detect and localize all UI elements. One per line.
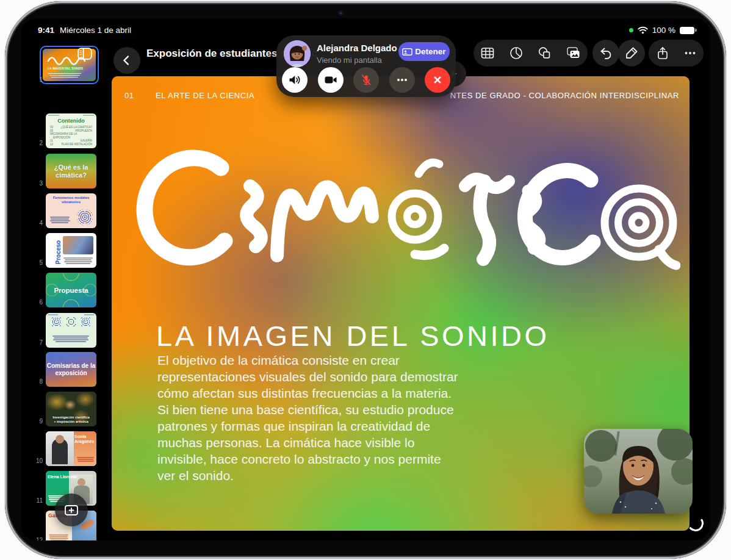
slide-subtitle: LA IMAGEN DEL SONIDO: [156, 319, 550, 353]
back-button[interactable]: [113, 47, 140, 74]
slide-thumbnail-9[interactable]: Investigación científica + inspiración a…: [46, 392, 96, 426]
share-status: Viendo mi pantalla: [317, 56, 382, 65]
wifi-icon: [638, 26, 648, 34]
stop-sharing-label: Detener: [415, 47, 445, 56]
share-button[interactable]: [649, 40, 676, 66]
slide-thumbnail-10[interactable]: Sonia Aragonés: [46, 431, 96, 466]
screen: 9:41 Miércoles 1 de abril 100 %: [21, 18, 710, 540]
slide-number: 5: [21, 259, 43, 266]
slide-number: 1: [21, 76, 43, 83]
add-slide-button[interactable]: [55, 494, 88, 526]
back-chevron-icon: [120, 54, 134, 67]
pip-portrait: [584, 429, 693, 514]
navigator-toggle-icon[interactable]: [77, 48, 92, 60]
thumb-title: Proceso: [55, 240, 62, 264]
stop-sharing-button[interactable]: Detener: [398, 42, 450, 61]
date: Miércoles 1 de abril: [60, 26, 131, 35]
slide-thumbnail-6[interactable]: Propuesta: [46, 273, 96, 307]
thumb-title: Contenido: [46, 118, 96, 124]
facetime-more-button[interactable]: [389, 67, 415, 93]
slide-number: 9: [21, 418, 43, 425]
slide-thumbnail-5[interactable]: Proceso: [46, 233, 96, 268]
markup-button[interactable]: [618, 40, 645, 66]
thumb-subtitle: LA IMAGEN DEL SONIDO: [48, 67, 83, 70]
more-button[interactable]: [677, 40, 704, 66]
media-icon: [566, 46, 581, 60]
slide-page-number: 01: [124, 91, 134, 100]
slide-thumbnail-7[interactable]: [46, 313, 96, 348]
slide-number: 3: [21, 180, 43, 187]
table-icon: [480, 46, 495, 60]
media-button[interactable]: [560, 40, 587, 66]
facetime-shareplay-pill: Alejandra Delgado Viendo mi pantalla Det…: [276, 35, 456, 97]
share-icon: [655, 46, 670, 60]
end-call-button[interactable]: [425, 67, 450, 93]
slide-title-artwork: [121, 112, 680, 295]
slide-number: 8: [21, 378, 43, 385]
markup-pen-icon: [624, 46, 639, 60]
shapes-icon: [538, 46, 552, 60]
thumb-title: Sonia Aragonés: [74, 434, 95, 443]
insert-toolbar-group: [474, 40, 588, 66]
thumb-title: Comisarias de la exposición: [46, 362, 96, 376]
ellipsis-icon: [395, 73, 409, 87]
slide-thumbnail-3[interactable]: ¿Qué es la cimática?: [46, 154, 96, 188]
video-button[interactable]: [318, 67, 344, 93]
battery-percentage: 100 %: [652, 26, 675, 35]
slide-body-text: El objetivo de la cimática consiste en c…: [157, 352, 560, 484]
slide-number: 7: [21, 339, 43, 346]
thumb-title: Elena Llorente: [48, 475, 77, 479]
share-toolbar-group: [649, 40, 704, 66]
marketing-stage: 9:41 Miércoles 1 de abril 100 %: [0, 0, 731, 560]
screen-share-icon: [402, 48, 412, 56]
end-call-x-icon: [431, 73, 444, 87]
ellipsis-icon: [683, 46, 697, 60]
table-button[interactable]: [474, 40, 501, 66]
thumb-title: Fenómenos modales vibratorios: [46, 196, 96, 204]
slide-thumbnail-8[interactable]: Comisarias de la exposición: [46, 352, 96, 387]
slide-number: 6: [21, 299, 43, 306]
chart-button[interactable]: [503, 40, 530, 66]
slide-header-right: NTES DE GRADO - COLABORACIÓN INTERDISCIP…: [450, 91, 679, 100]
slide-number: 2: [21, 140, 43, 146]
video-camera-icon: [323, 73, 338, 87]
slide-thumbnail-4[interactable]: Fenómenos modales vibratorios: [46, 193, 96, 228]
thumb-title: ¿Qué es la cimática?: [46, 163, 96, 179]
slide-number: 11: [21, 497, 43, 504]
mute-button[interactable]: [353, 67, 379, 93]
pie-chart-icon: [509, 46, 524, 60]
slide-header-left: EL ARTE DE LA CIENCIA: [156, 91, 254, 100]
caller-avatar: [284, 40, 311, 67]
add-slide-icon: [63, 503, 79, 517]
undo-icon: [599, 46, 613, 60]
speaker-button[interactable]: [282, 67, 308, 93]
thumb-title: Investigación científica + inspiración a…: [46, 415, 96, 423]
front-camera: [338, 10, 344, 16]
slide-thumbnail-2[interactable]: Contenido 03¿QUÉ ES LA CIMÁTICA? 05PROPU…: [46, 113, 96, 148]
battery-icon: [680, 27, 694, 34]
thumb-title: Propuesta: [54, 287, 88, 294]
ipad-device: 9:41 Miércoles 1 de abril 100 %: [5, 1, 726, 559]
camera-in-use-indicator: [629, 28, 633, 32]
slide-number: 10: [21, 458, 43, 464]
slide-number: 12: [21, 537, 43, 540]
facetime-pip-video[interactable]: [584, 429, 693, 514]
speaker-icon: [287, 73, 302, 87]
slide-number: 4: [21, 220, 43, 226]
undo-button[interactable]: [592, 40, 619, 66]
caller-name: Alejandra Delgado: [317, 43, 397, 53]
clock: 9:41: [38, 26, 54, 35]
shapes-button[interactable]: [531, 40, 558, 66]
mic-muted-icon: [359, 73, 373, 87]
slide-navigator: LA IMAGEN DEL SONIDO 1 Contenido 03¿QUÉ …: [21, 39, 110, 540]
